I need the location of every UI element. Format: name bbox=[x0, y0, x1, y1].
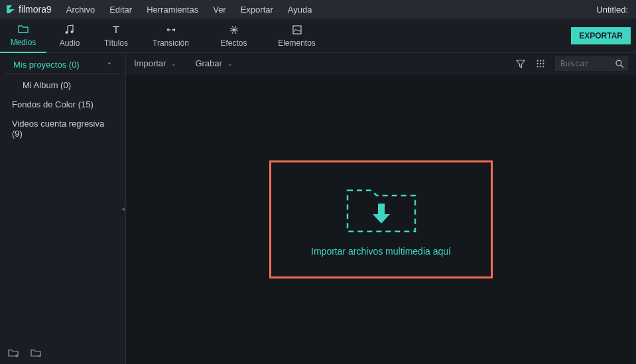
svg-point-10 bbox=[540, 66, 541, 67]
sidebar-item-fondos[interactable]: Fondos de Color (15) bbox=[0, 95, 125, 114]
transition-icon bbox=[165, 24, 177, 36]
drop-zone-text: Importar archivos multimedia aquí bbox=[311, 246, 451, 257]
menu-archivo[interactable]: Archivo bbox=[60, 2, 101, 17]
import-label: Importar bbox=[134, 58, 166, 68]
menu-ver[interactable]: Ver bbox=[206, 2, 233, 17]
menu-ayuda[interactable]: Ayuda bbox=[281, 2, 319, 17]
media-drop-area[interactable]: Importar archivos multimedia aquí bbox=[126, 74, 636, 364]
tab-label: Medios bbox=[11, 38, 36, 47]
tab-titulos[interactable]: Títulos bbox=[93, 19, 139, 53]
svg-rect-2 bbox=[293, 26, 301, 34]
import-folder-icon bbox=[345, 182, 418, 234]
svg-point-5 bbox=[542, 60, 544, 61]
svg-point-8 bbox=[542, 62, 544, 64]
filmora-logo-icon bbox=[5, 4, 16, 15]
svg-point-7 bbox=[540, 62, 541, 64]
svg-point-11 bbox=[542, 66, 544, 67]
import-dropdown[interactable]: Importar ⌄ bbox=[134, 58, 176, 68]
app-name: filmora9 bbox=[19, 4, 52, 15]
svg-point-3 bbox=[537, 60, 538, 61]
record-label: Grabar bbox=[195, 58, 222, 68]
tab-label: Efectos bbox=[220, 38, 247, 48]
export-button[interactable]: EXPORTAR bbox=[571, 27, 631, 44]
search-wrap bbox=[555, 56, 628, 71]
tab-transicion[interactable]: Transición bbox=[139, 19, 202, 53]
menu-editar[interactable]: Editar bbox=[103, 2, 139, 17]
tab-label: Audio bbox=[60, 38, 80, 48]
chevron-down-icon: ⌄ bbox=[171, 60, 176, 67]
sidebar: Mis proyectos (0) ⌄ Mi Album (0) Fondos … bbox=[0, 53, 126, 364]
tab-label: Transición bbox=[153, 38, 189, 48]
sidebar-item-mi-album[interactable]: Mi Album (0) bbox=[0, 76, 125, 95]
svg-point-1 bbox=[71, 30, 74, 33]
sidebar-footer bbox=[0, 341, 125, 364]
svg-point-0 bbox=[66, 31, 68, 34]
svg-point-6 bbox=[537, 62, 538, 64]
music-note-icon bbox=[64, 24, 76, 36]
window-title: Untitled: bbox=[596, 5, 631, 15]
drop-highlight-box: Importar archivos multimedia aquí bbox=[269, 160, 493, 278]
elements-icon bbox=[291, 24, 303, 36]
svg-point-4 bbox=[540, 60, 541, 61]
chevron-up-icon: ⌄ bbox=[107, 61, 112, 68]
menu-exportar[interactable]: Exportar bbox=[234, 2, 280, 17]
app-logo: filmora9 bbox=[5, 4, 52, 15]
filter-icon[interactable] bbox=[515, 58, 526, 69]
tab-label: Títulos bbox=[104, 38, 128, 48]
sidebar-item-countdown[interactable]: Videos cuenta regresiva (9) bbox=[0, 114, 125, 143]
tab-audio[interactable]: Audio bbox=[46, 19, 93, 53]
menu-herramientas[interactable]: Herramientas bbox=[140, 2, 205, 17]
tab-medios[interactable]: Medios bbox=[0, 19, 46, 53]
tab-elementos[interactable]: Elementos bbox=[265, 19, 328, 53]
content-panel: Importar ⌄ Grabar ⌄ bbox=[126, 53, 636, 364]
sidebar-header-mis-proyectos[interactable]: Mis proyectos (0) ⌄ bbox=[5, 56, 120, 74]
content-toolbar: Importar ⌄ Grabar ⌄ bbox=[126, 53, 636, 74]
tab-efectos[interactable]: Efectos bbox=[202, 19, 265, 53]
search-icon[interactable] bbox=[615, 59, 624, 68]
text-icon bbox=[110, 24, 122, 36]
svg-point-9 bbox=[537, 66, 538, 67]
tab-label: Elementos bbox=[278, 38, 316, 48]
sidebar-collapse-handle[interactable]: ◂ bbox=[119, 196, 126, 222]
add-folder-icon[interactable] bbox=[8, 348, 20, 357]
chevron-down-icon: ⌄ bbox=[227, 60, 233, 67]
menubar: filmora9 Archivo Editar Herramientas Ver… bbox=[0, 0, 636, 19]
main-area: Mis proyectos (0) ⌄ Mi Album (0) Fondos … bbox=[0, 53, 636, 364]
effects-icon bbox=[228, 24, 240, 36]
folder-icon bbox=[17, 23, 29, 35]
svg-point-12 bbox=[616, 60, 621, 66]
record-dropdown[interactable]: Grabar ⌄ bbox=[195, 58, 232, 68]
grid-view-icon[interactable] bbox=[535, 58, 546, 69]
delete-folder-icon[interactable] bbox=[31, 348, 42, 357]
sidebar-header-label: Mis proyectos (0) bbox=[13, 60, 80, 70]
tool-tabs: Medios Audio Títulos Transición Efectos … bbox=[0, 19, 636, 53]
